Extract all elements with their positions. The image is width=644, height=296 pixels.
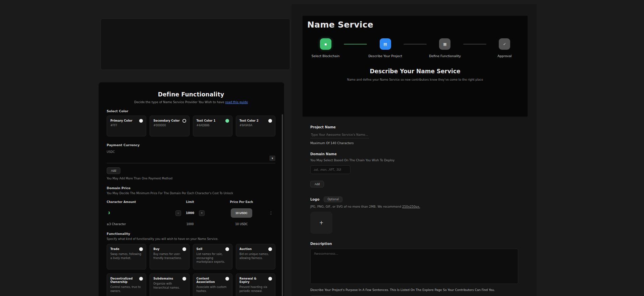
color-value: #9A9A9A [239,124,272,127]
row-menu-icon[interactable]: ⋮ [267,211,275,215]
functionality-label: Functionality [107,232,275,236]
step-label: Define Functionality [429,54,461,58]
payment-helper: You May Add More Than One Payment Method [107,177,275,180]
logo-upload-box[interactable]: + [310,212,332,234]
chevron-down-icon[interactable]: ▾ [269,156,275,161]
func-desc: Organize with hierarchical names. [153,282,185,290]
step-connector [404,44,426,45]
payment-currency-select[interactable]: ▾ [107,156,275,163]
subtitle-text: Decide the type of Name Service Provider… [134,100,225,104]
color-card-primary[interactable]: Primary Color #FFF [107,116,146,136]
col-limit: Limit [164,200,216,204]
func-name: Auction [239,247,272,251]
step-define-functionality[interactable]: ▦ Define Functionality [427,38,463,58]
description-helper: Describe Your Project's Purpose In A Few… [310,288,518,292]
logo-helper-text: JPG, PNG, GIF, or SVG of no more than 2M… [310,205,402,208]
color-swatch-icon[interactable] [225,119,229,123]
project-name-input[interactable] [310,132,369,138]
wizard-header: Name Service ▪ Select Blockchain ▤ Descr… [303,16,528,117]
color-name: Text Color 2 [239,119,272,122]
color-name: Text Color 1 [197,119,229,122]
func-card-renewal-expiry[interactable]: Renewal & Expiry Prevent hoarding via pe… [236,273,275,296]
radio-icon[interactable] [225,247,229,251]
func-card-content-association[interactable]: Content Association Associate with custo… [193,273,232,296]
functionality-helper: Specify what kind of functionality you w… [107,237,275,241]
func-card-sell[interactable]: Sell List names for sale, encouraging ma… [193,244,232,269]
scrollbar[interactable] [282,114,283,296]
func-desc: Prevent hoarding via periodic renewal. [239,285,272,293]
limit-value[interactable]: 1000 [186,211,194,215]
section-subtitle: Name and define your Name Service so new… [307,78,523,81]
step-connector [463,44,486,45]
func-name: Trade [110,247,143,251]
plus-icon: + [319,220,324,226]
color-swatch-icon[interactable] [268,119,272,123]
func-name: Buy [153,247,185,251]
step-select-blockchain[interactable]: ▪ Select Blockchain [307,38,344,58]
func-name: Sell [197,247,229,251]
func-card-buy[interactable]: Buy Buy names for user-friendly transact… [150,244,189,269]
functionality-step-icon[interactable]: ▦ [439,38,450,50]
approval-step-icon[interactable]: ✓ [499,38,510,50]
color-name: Secondary Color [153,119,185,122]
functionality-options: Trade Swap names, following a lively mar… [107,244,275,296]
func-card-decentralized-ownership[interactable]: Decentralized Ownership Control names, t… [107,273,146,296]
func-card-trade[interactable]: Trade Swap names, following a lively mar… [107,244,146,269]
func-card-subdomains[interactable]: Subdomains Organize with hierarchical na… [150,273,189,296]
func-desc: Buy names for user-friendly transactions… [153,252,185,260]
define-functionality-subtitle: Decide the type of Name Service Provider… [107,100,275,104]
step-label: Select Blockchain [312,54,340,58]
description-label: Description [310,242,518,246]
color-name: Primary Color [110,119,143,122]
color-value: #4ADB86 [197,124,229,127]
radio-icon[interactable] [182,277,186,281]
color-card-text2[interactable]: Text Color 2 #9A9A9A [236,116,275,136]
guide-link[interactable]: read this guide [225,100,248,104]
func-name: Decentralized Ownership [110,277,143,284]
step-label: Approval [497,54,512,58]
describe-step-icon[interactable]: ▤ [380,38,391,50]
func-desc: Bid on unique names, allowing fairness. [239,252,272,260]
project-name-helper: Maximum Of 140 Characters [310,141,518,145]
domain-name-input[interactable] [310,165,351,174]
character-amount-value[interactable]: 3 [107,211,164,215]
summary-price: 10 USDC [216,222,267,226]
color-swatch-icon[interactable] [182,119,186,123]
blockchain-step-icon[interactable]: ▪ [320,38,331,50]
plus-button[interactable]: + [199,210,205,216]
describe-form: Project Name Maximum Of 140 Characters D… [291,117,537,296]
step-label: Describe Your Project [368,54,402,58]
func-name: Renewal & Expiry [239,277,272,284]
col-price-per-each: Price Per Each [216,200,267,204]
define-functionality-card: Define Functionality Decide the type of … [99,82,284,296]
func-name: Subdomains [153,277,185,280]
define-functionality-title: Define Functionality [107,91,275,98]
description-textarea[interactable] [310,249,518,284]
radio-icon[interactable] [225,277,229,281]
color-options: Primary Color #FFF Secondary Color #0000… [107,116,275,136]
limit-stepper: − 1000 + [164,210,216,216]
radio-icon[interactable] [268,247,272,251]
logo-optional-badge[interactable]: Optional [324,197,342,202]
step-connector [344,44,367,45]
step-approval[interactable]: ✓ Approval [486,38,523,58]
section-title: Describe Your Name Service [307,68,523,75]
app-screen: Define Functionality Decide the type of … [0,0,644,296]
domain-add-button[interactable]: Add [310,181,324,187]
project-name-label: Project Name [310,125,518,129]
color-card-text1[interactable]: Text Color 1 #4ADB86 [193,116,232,136]
color-card-secondary[interactable]: Secondary Color #000000 [150,116,189,136]
func-card-auction[interactable]: Auction Bid on unique names, allowing fa… [236,244,275,269]
minus-button[interactable]: − [175,210,181,216]
summary-character: ≥3 Character [107,222,164,226]
payment-selected-value[interactable]: USDC [107,150,275,154]
wizard-stepper: ▪ Select Blockchain ▤ Describe Your Proj… [307,38,523,58]
col-character-amount: Character Amount [107,200,164,204]
step-describe-project[interactable]: ▤ Describe Your Project [367,38,404,58]
domain-name-helper: You May Select Based On The Chain You Wi… [310,159,518,162]
price-per-each-button[interactable]: 10 USDC [231,208,252,218]
color-value: #000000 [153,124,185,127]
radio-icon[interactable] [182,247,186,251]
payment-add-button[interactable]: Add [107,167,120,174]
radio-icon[interactable] [268,277,272,281]
